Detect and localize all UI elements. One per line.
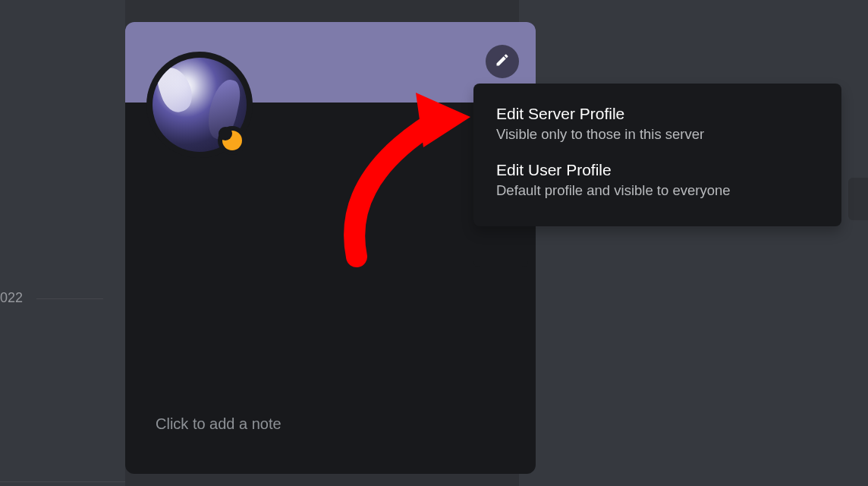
menu-item-title: Edit Server Profile	[496, 105, 819, 123]
menu-item-subtitle: Default profile and visible to everyone	[496, 182, 819, 199]
edit-server-profile-item[interactable]: Edit Server Profile Visible only to thos…	[473, 97, 841, 153]
edit-user-profile-item[interactable]: Edit User Profile Default profile and vi…	[473, 153, 841, 210]
note-input[interactable]	[156, 415, 505, 433]
year-divider-line	[36, 298, 103, 299]
right-tab-stub	[848, 178, 868, 220]
status-badge	[218, 126, 247, 155]
popup-back-stub	[473, 229, 528, 267]
idle-status-icon	[222, 131, 242, 150]
edit-profile-popup: Edit Server Profile Visible only to thos…	[473, 84, 841, 226]
right-panel-bg	[519, 0, 868, 486]
pencil-icon	[495, 52, 510, 71]
menu-item-title: Edit User Profile	[496, 161, 819, 179]
menu-item-subtitle: Visible only to those in this server	[496, 126, 819, 143]
edit-profile-button[interactable]	[486, 45, 519, 78]
bottom-divider-line	[0, 481, 125, 482]
left-panel-bg	[0, 0, 125, 486]
year-divider-label: 022	[0, 290, 23, 306]
avatar-container[interactable]	[146, 52, 253, 158]
